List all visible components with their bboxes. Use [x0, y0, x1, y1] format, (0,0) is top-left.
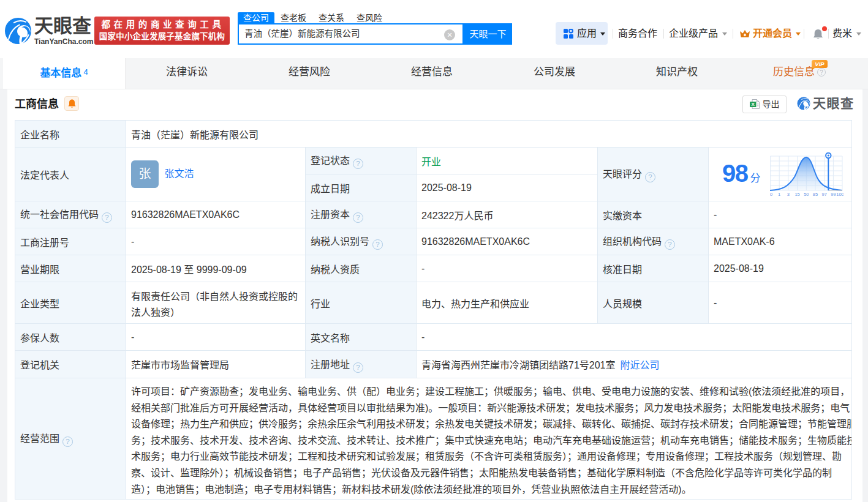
svg-text:3: 3	[787, 192, 790, 197]
svg-text:0: 0	[770, 192, 772, 197]
svg-text:97: 97	[822, 192, 827, 197]
svg-text:100: 100	[836, 192, 843, 197]
svg-text:1: 1	[778, 192, 780, 197]
svg-text:50: 50	[804, 192, 809, 197]
svg-text:85: 85	[813, 192, 818, 197]
svg-text:99: 99	[831, 192, 836, 197]
svg-text:X: X	[751, 102, 755, 107]
svg-text:15: 15	[794, 192, 799, 197]
